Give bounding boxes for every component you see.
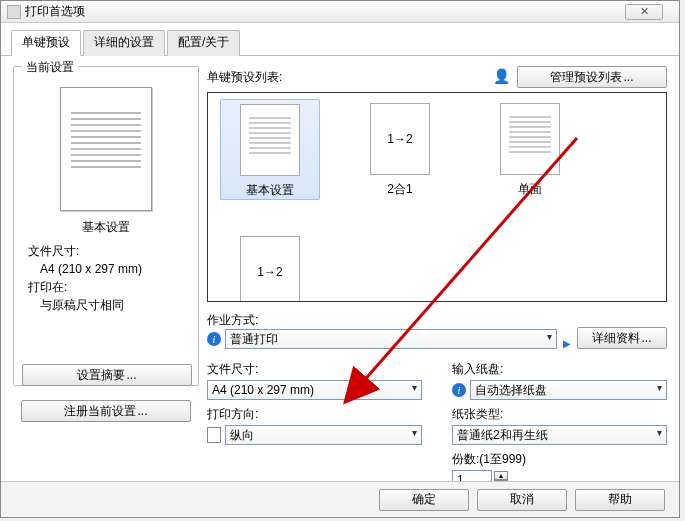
print-on-value: 与原稿尺寸相同 [28,296,184,314]
orientation-select[interactable]: 纵向 [225,425,422,445]
titlebar: 打印首选项 ✕ [1,1,679,23]
doc-size-value: A4 (210 x 297 mm) [28,260,184,278]
preset-2in1[interactable]: 1→2 2合1 [350,103,450,200]
job-details-button[interactable]: 详细资料 [577,327,667,349]
tab-config[interactable]: 配置/关于 [167,30,240,56]
print-preferences-window: 打印首选项 ✕ 单键预设 详细的设置 配置/关于 当前设置 基本设置 文件尺寸:… [0,0,680,518]
user-icon: 👤 [493,68,510,84]
page-preview [60,87,152,211]
left-info: 文件尺寸: A4 (210 x 297 mm) 打印在: 与原稿尺寸相同 [22,242,190,314]
preset-label: 基本设置 [221,182,319,199]
job-type-select[interactable]: 普通打印 [225,329,557,349]
preset-label: 单面 [480,181,580,198]
preset-2in1-duplex-thumb: 1→2 [240,236,300,302]
doc-size-label: 文件尺寸: [207,361,422,378]
orientation-label: 打印方向: [207,406,422,423]
spin-up[interactable]: ▲ [494,471,508,480]
preset-single-thumb [500,103,560,175]
tab-detailed[interactable]: 详细的设置 [83,30,165,56]
print-on-label: 打印在: [28,278,184,296]
copies-label: 份数:(1至999) [452,451,667,468]
settings-summary-button[interactable]: 设置摘要 [22,364,192,386]
doc-size-label: 文件尺寸: [28,242,184,260]
preset-2in1-thumb: 1→2 [370,103,430,175]
current-settings-legend: 当前设置 [22,59,78,76]
info-icon: i [207,332,221,346]
preset-list-header: 单键预设列表: [207,69,282,86]
register-settings-button[interactable]: 注册当前设置 [21,400,191,422]
preset-2in1-duplex[interactable]: 1→2 2合1(双面) [220,236,320,302]
dialog-buttons: 确定 取消 帮助 [1,481,679,517]
close-button[interactable]: ✕ [625,4,663,20]
help-button[interactable]: 帮助 [575,489,665,511]
paper-type-label: 纸张类型: [452,406,667,423]
info-icon: i [452,383,466,397]
input-tray-select[interactable]: 自动选择纸盘 [470,380,667,400]
printer-icon [7,5,21,19]
preset-single[interactable]: 单面 [480,103,580,200]
job-type-label: 作业方式: [207,312,258,329]
preset-label: 2合1 [350,181,450,198]
preview-caption: 基本设置 [22,219,190,236]
portrait-icon [207,427,221,443]
paper-type-select[interactable]: 普通纸2和再生纸 [452,425,667,445]
preset-basic[interactable]: 基本设置 [220,99,320,200]
current-settings-group: 当前设置 基本设置 文件尺寸: A4 (210 x 297 mm) 打印在: 与… [13,66,199,386]
window-title: 打印首选项 [25,3,85,20]
tab-bar: 单键预设 详细的设置 配置/关于 [1,23,679,56]
preset-basic-thumb [240,104,300,176]
tab-one-click[interactable]: 单键预设 [11,30,81,56]
preset-list: ◀ 基本设置 1→2 2合1 单面 1→2 2合1(双面) [207,92,667,302]
cancel-button[interactable]: 取消 [477,489,567,511]
ok-button[interactable]: 确定 [379,489,469,511]
input-tray-label: 输入纸盘: [452,361,667,378]
play-icon[interactable]: ▶ [563,338,571,349]
doc-size-select[interactable]: A4 (210 x 297 mm) [207,380,422,400]
manage-presets-button[interactable]: 管理预设列表 [517,66,667,88]
